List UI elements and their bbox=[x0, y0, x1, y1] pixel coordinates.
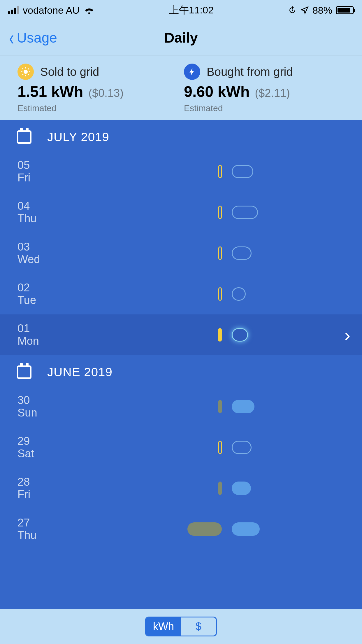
day-row[interactable]: 27 Thu bbox=[0, 509, 362, 550]
calendar-icon bbox=[17, 365, 31, 379]
day-row[interactable]: 29 Sat bbox=[0, 427, 362, 468]
bolt-icon bbox=[184, 64, 200, 80]
svg-point-1 bbox=[24, 70, 28, 74]
sold-note: Estimated bbox=[17, 103, 184, 113]
date-number: 27 bbox=[17, 517, 96, 529]
day-row[interactable]: 02 Tue bbox=[0, 274, 362, 314]
date-weekday: Sat bbox=[17, 447, 96, 460]
month-label: JULY 2019 bbox=[47, 130, 109, 144]
bought-bar bbox=[232, 287, 246, 301]
sold-label: Sold to grid bbox=[40, 65, 99, 78]
sold-bar bbox=[187, 522, 222, 536]
signal-icon bbox=[8, 6, 19, 14]
carrier-label: vodafone AU bbox=[23, 5, 80, 16]
day-row[interactable]: 05 Fri bbox=[0, 151, 362, 192]
sold-bar bbox=[218, 441, 222, 454]
battery-icon bbox=[336, 6, 354, 14]
date-column: 02 Tue bbox=[14, 281, 96, 307]
usage-bars bbox=[96, 233, 348, 274]
summary-panel: Sold to grid 1.51 kWh ($0.13) Estimated … bbox=[0, 55, 362, 120]
toggle-kwh[interactable]: kWh bbox=[146, 617, 181, 636]
date-number: 28 bbox=[17, 476, 96, 488]
day-row[interactable]: 28 Fri bbox=[0, 468, 362, 509]
bought-summary: Bought from grid 9.60 kWh ($2.11) Estima… bbox=[184, 64, 350, 113]
bought-bar bbox=[232, 400, 254, 413]
date-weekday: Fri bbox=[17, 488, 96, 501]
svg-rect-0 bbox=[292, 10, 293, 11]
sold-bar bbox=[218, 165, 222, 178]
sun-icon bbox=[17, 64, 34, 80]
bottom-bar: kWh $ bbox=[0, 609, 362, 644]
date-number: 04 bbox=[17, 200, 96, 212]
bought-bar bbox=[232, 246, 252, 260]
bought-note: Estimated bbox=[184, 103, 350, 113]
svg-line-7 bbox=[28, 74, 29, 75]
date-weekday: Thu bbox=[17, 529, 96, 542]
usage-bars bbox=[96, 192, 348, 233]
unit-toggle: kWh $ bbox=[145, 617, 217, 636]
sold-bar bbox=[218, 482, 222, 495]
nav-header: ‹ Usage Daily bbox=[0, 20, 362, 55]
usage-bars bbox=[96, 509, 348, 550]
bought-bar bbox=[232, 328, 248, 342]
bought-price: ($2.11) bbox=[255, 87, 290, 99]
bought-label: Bought from grid bbox=[207, 65, 293, 78]
date-column: 05 Fri bbox=[14, 159, 96, 184]
svg-line-9 bbox=[28, 69, 29, 69]
date-column: 30 Sun bbox=[14, 394, 96, 419]
date-number: 01 bbox=[17, 322, 96, 335]
bought-bar bbox=[232, 165, 253, 178]
wifi-icon bbox=[84, 6, 95, 15]
sold-summary: Sold to grid 1.51 kWh ($0.13) Estimated bbox=[17, 64, 184, 113]
chevron-right-icon: › bbox=[345, 325, 350, 345]
day-row[interactable]: 04 Thu bbox=[0, 192, 362, 233]
usage-bars bbox=[96, 386, 348, 427]
bought-bar bbox=[232, 441, 252, 454]
svg-line-8 bbox=[22, 74, 23, 75]
day-row[interactable]: 03 Wed bbox=[0, 233, 362, 274]
day-row[interactable]: 01 Mon › bbox=[0, 314, 362, 355]
orientation-lock-icon bbox=[288, 6, 297, 15]
usage-bars bbox=[96, 151, 348, 192]
date-column: 27 Thu bbox=[14, 517, 96, 542]
date-weekday: Thu bbox=[17, 212, 96, 225]
date-column: 04 Thu bbox=[14, 200, 96, 225]
date-weekday: Fri bbox=[17, 172, 96, 184]
day-row[interactable]: 30 Sun bbox=[0, 386, 362, 427]
month-header: JULY 2019 bbox=[0, 120, 362, 151]
usage-bars bbox=[96, 427, 348, 468]
sold-bar bbox=[218, 206, 222, 219]
bought-bar bbox=[232, 482, 251, 495]
svg-line-6 bbox=[22, 69, 23, 69]
toggle-dollar[interactable]: $ bbox=[181, 617, 216, 636]
date-number: 30 bbox=[17, 394, 96, 407]
calendar-icon bbox=[17, 130, 31, 144]
sold-bar bbox=[218, 287, 222, 301]
status-time: 上午11:02 bbox=[169, 4, 214, 17]
date-weekday: Sun bbox=[17, 407, 96, 419]
date-number: 05 bbox=[17, 159, 96, 172]
sold-bar bbox=[218, 246, 222, 260]
daily-list[interactable]: JULY 2019 05 Fri 04 Thu 03 We bbox=[0, 120, 362, 609]
bought-bar bbox=[232, 522, 260, 536]
usage-bars bbox=[96, 468, 348, 509]
sold-bar bbox=[218, 328, 222, 342]
date-column: 03 Wed bbox=[14, 241, 96, 266]
date-number: 02 bbox=[17, 281, 96, 294]
sold-price: ($0.13) bbox=[88, 87, 123, 99]
usage-bars bbox=[96, 274, 348, 314]
usage-bars bbox=[96, 314, 348, 355]
date-number: 29 bbox=[17, 435, 96, 447]
sold-bar bbox=[218, 400, 222, 413]
date-number: 03 bbox=[17, 241, 96, 253]
month-label: JUNE 2019 bbox=[47, 365, 113, 379]
date-weekday: Wed bbox=[17, 253, 96, 266]
month-header: JUNE 2019 bbox=[0, 355, 362, 386]
back-label: Usage bbox=[17, 30, 57, 46]
back-button[interactable]: ‹ Usage bbox=[0, 28, 57, 48]
status-left: vodafone AU bbox=[8, 5, 95, 16]
date-column: 29 Sat bbox=[14, 435, 96, 460]
date-column: 28 Fri bbox=[14, 476, 96, 501]
status-bar: vodafone AU 上午11:02 88% bbox=[0, 0, 362, 20]
battery-pct: 88% bbox=[312, 5, 332, 16]
